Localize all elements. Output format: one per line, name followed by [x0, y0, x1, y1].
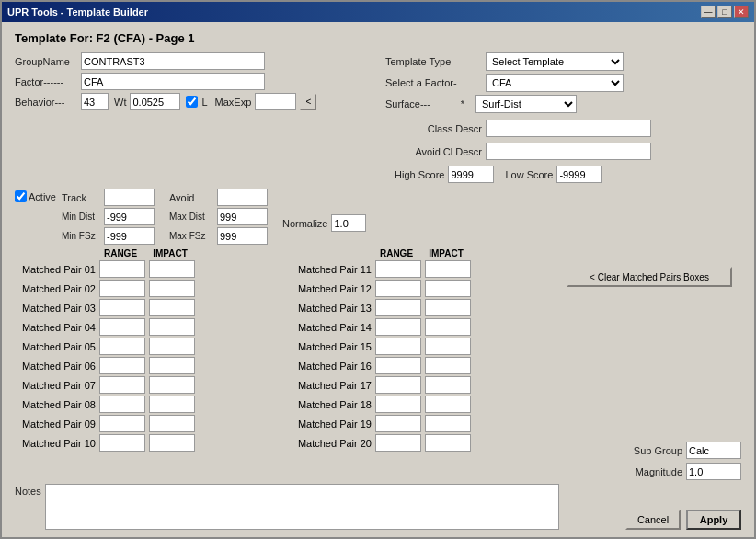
mp-left-label-6: Matched Pair 06: [15, 361, 96, 372]
mp-left-impact-1[interactable]: [149, 260, 195, 278]
mp-right-label-17: Matched Pair 17: [291, 380, 372, 391]
max-dist-label: Max Dist: [169, 212, 213, 222]
mp-right-range-11[interactable]: [375, 260, 421, 278]
close-button[interactable]: ✕: [734, 6, 749, 18]
group-name-input[interactable]: [81, 52, 265, 70]
mp-right-impact-16[interactable]: [425, 357, 471, 374]
mp-left-impact-7[interactable]: [149, 376, 195, 394]
mp-left-label-2: Matched Pair 02: [15, 283, 96, 294]
mp-left-range-8[interactable]: [99, 396, 145, 413]
impact-header-left: IMPACT: [147, 248, 193, 258]
sub-group-label: Sub Group: [634, 445, 682, 456]
mp-left-impact-6[interactable]: [149, 357, 195, 374]
min-fsz-input[interactable]: [104, 227, 155, 245]
clear-matched-pairs-button[interactable]: < Clear Matched Pairs Boxes: [567, 267, 732, 287]
mp-right-range-18[interactable]: [375, 396, 421, 413]
mp-right-impact-15[interactable]: [425, 338, 471, 355]
max-dist-input[interactable]: [217, 208, 268, 225]
behavior-input[interactable]: [81, 93, 109, 110]
mp-right-impact-17[interactable]: [425, 376, 471, 394]
sub-group-input[interactable]: [686, 442, 741, 459]
matched-pairs-left-section: RANGE IMPACT Matched Pair 01Matched Pair…: [15, 248, 283, 480]
mp-right-impact-13[interactable]: [425, 299, 471, 316]
mp-left-impact-3[interactable]: [149, 299, 195, 316]
normalize-input[interactable]: [331, 214, 366, 232]
mp-right-range-14[interactable]: [375, 318, 421, 336]
mp-left-range-9[interactable]: [99, 415, 145, 432]
mp-right-impact-18[interactable]: [425, 396, 471, 413]
matched-pair-left-row: Matched Pair 06: [15, 357, 283, 374]
notes-textarea[interactable]: [45, 484, 559, 530]
mp-right-range-13[interactable]: [375, 299, 421, 316]
mp-left-range-5[interactable]: [99, 338, 145, 355]
maxexp-input[interactable]: [255, 93, 296, 110]
mp-left-impact-2[interactable]: [149, 280, 195, 297]
mp-right-range-12[interactable]: [375, 280, 421, 297]
group-name-label: GroupName: [15, 56, 77, 67]
arrow-button[interactable]: <: [300, 94, 316, 110]
mp-left-impact-9[interactable]: [149, 415, 195, 432]
avoid-input[interactable]: [217, 189, 268, 206]
select-factor-select[interactable]: CFA: [486, 74, 624, 92]
factor-input[interactable]: [81, 73, 265, 90]
behavior-label: Behavior---: [15, 97, 77, 108]
mp-left-range-2[interactable]: [99, 280, 145, 297]
min-dist-input[interactable]: [104, 208, 155, 225]
mp-left-range-10[interactable]: [99, 434, 145, 452]
matched-pair-right-row: Matched Pair 11: [291, 260, 559, 278]
magnitude-input[interactable]: [686, 463, 741, 480]
matched-pair-right-row: Matched Pair 20: [291, 434, 559, 452]
maximize-button[interactable]: □: [717, 6, 732, 18]
mp-left-impact-4[interactable]: [149, 318, 195, 336]
matched-pair-right-row: Matched Pair 13: [291, 299, 559, 316]
mp-right-range-15[interactable]: [375, 338, 421, 355]
mp-left-range-7[interactable]: [99, 376, 145, 394]
main-window: UPR Tools - Template Builder — □ ✕ Templ…: [0, 0, 756, 539]
mp-right-range-20[interactable]: [375, 434, 421, 452]
mp-left-range-3[interactable]: [99, 299, 145, 316]
mp-right-label-19: Matched Pair 19: [291, 419, 372, 430]
matched-pair-right-row: Matched Pair 14: [291, 318, 559, 336]
mp-left-range-4[interactable]: [99, 318, 145, 336]
apply-button[interactable]: Apply: [686, 510, 741, 530]
template-type-label: Template Type-: [385, 56, 482, 67]
matched-pair-left-row: Matched Pair 05: [15, 338, 283, 355]
active-checkbox[interactable]: [15, 190, 27, 202]
maxexp-label: MaxExp: [215, 97, 252, 108]
mp-right-range-19[interactable]: [375, 415, 421, 432]
low-score-input[interactable]: [556, 166, 602, 183]
content-area: Template For: F2 (CFA) - Page 1 GroupNam…: [2, 22, 754, 537]
wt-input[interactable]: [130, 93, 180, 110]
matched-pair-left-row: Matched Pair 09: [15, 415, 283, 432]
select-factor-label: Select a Factor-: [385, 77, 482, 88]
mp-right-range-16[interactable]: [375, 357, 421, 374]
mp-left-impact-5[interactable]: [149, 338, 195, 355]
mp-right-impact-20[interactable]: [425, 434, 471, 452]
mp-right-impact-11[interactable]: [425, 260, 471, 278]
l-checkbox[interactable]: [186, 96, 198, 108]
mp-right-impact-12[interactable]: [425, 280, 471, 297]
matched-pair-left-row: Matched Pair 10: [15, 434, 283, 452]
mp-right-impact-14[interactable]: [425, 318, 471, 336]
mp-left-range-6[interactable]: [99, 357, 145, 374]
surface-star: *: [453, 98, 472, 109]
minimize-button[interactable]: —: [701, 6, 716, 18]
mp-right-impact-19[interactable]: [425, 415, 471, 432]
template-type-select[interactable]: Select Template: [486, 52, 624, 71]
surf-dist-select[interactable]: Surf-Dist: [475, 95, 577, 113]
mp-left-impact-8[interactable]: [149, 396, 195, 413]
cancel-button[interactable]: Cancel: [625, 510, 681, 530]
matched-pair-right-row: Matched Pair 19: [291, 415, 559, 432]
max-fsz-input[interactable]: [217, 227, 268, 245]
avoid-cl-descr-input[interactable]: [486, 143, 651, 160]
mp-left-range-1[interactable]: [99, 260, 145, 278]
high-score-input[interactable]: [448, 166, 494, 183]
max-fsz-label: Max FSz: [169, 231, 213, 241]
notes-label: Notes: [15, 486, 41, 497]
mp-right-range-17[interactable]: [375, 376, 421, 394]
mp-left-impact-10[interactable]: [149, 434, 195, 452]
class-descr-input[interactable]: [486, 120, 651, 137]
track-input[interactable]: [104, 189, 155, 206]
page-title: Template For: F2 (CFA) - Page 1: [15, 31, 741, 45]
mp-left-label-8: Matched Pair 08: [15, 399, 96, 410]
